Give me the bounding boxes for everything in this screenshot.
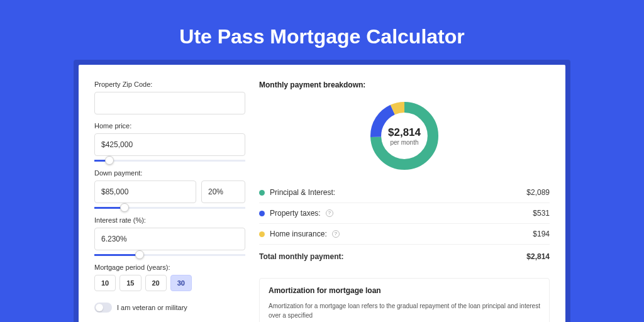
down-payment-label: Down payment: bbox=[94, 169, 245, 177]
inputs-column: Property Zip Code: Home price: Down paym… bbox=[94, 80, 245, 322]
breakdown-amount: $2,089 bbox=[526, 188, 550, 197]
interest-input[interactable] bbox=[94, 228, 245, 250]
zip-label: Property Zip Code: bbox=[94, 80, 245, 88]
zip-input[interactable] bbox=[94, 92, 245, 114]
home-price-input[interactable] bbox=[94, 133, 245, 156]
veteran-row: I am veteran or military bbox=[94, 303, 245, 313]
down-payment-input[interactable] bbox=[94, 180, 196, 203]
down-payment-pct-input[interactable] bbox=[201, 180, 245, 203]
amortization-card: Amortization for mortgage loan Amortizat… bbox=[259, 278, 550, 322]
breakdown-list: Principal & Interest:$2,089Property taxe… bbox=[259, 182, 550, 245]
veteran-label: I am veteran or military bbox=[117, 304, 187, 311]
down-payment-slider[interactable] bbox=[94, 207, 245, 209]
breakdown-label: Home insurance: bbox=[270, 230, 327, 238]
amortization-text: Amortization for a mortgage loan refers … bbox=[269, 301, 540, 320]
donut-amount: $2,814 bbox=[388, 126, 421, 139]
interest-group: Interest rate (%): bbox=[94, 216, 245, 256]
home-price-label: Home price: bbox=[94, 122, 245, 130]
zip-group: Property Zip Code: bbox=[94, 80, 245, 114]
breakdown-label: Principal & Interest: bbox=[270, 188, 335, 197]
legend-dot bbox=[259, 211, 265, 216]
down-payment-group: Down payment: bbox=[94, 169, 245, 209]
amortization-title: Amortization for mortgage loan bbox=[269, 286, 540, 295]
veteran-toggle[interactable] bbox=[94, 303, 112, 313]
donut-chart: $2,814 per month bbox=[367, 98, 442, 174]
breakdown-total-row: Total monthly payment: $2,814 bbox=[259, 245, 550, 267]
slider-thumb[interactable] bbox=[135, 250, 144, 259]
period-button-10[interactable]: 10 bbox=[94, 275, 116, 291]
period-buttons: 10152030 bbox=[94, 275, 245, 291]
period-label: Mortgage period (years): bbox=[94, 264, 245, 271]
period-button-20[interactable]: 20 bbox=[145, 275, 167, 291]
calculator-card-frame: Property Zip Code: Home price: Down paym… bbox=[74, 60, 570, 322]
results-column: Monthly payment breakdown: $2,814 per mo… bbox=[259, 80, 550, 322]
home-price-group: Home price: bbox=[94, 122, 245, 162]
home-price-slider[interactable] bbox=[94, 160, 245, 162]
breakdown-label: Property taxes: bbox=[270, 209, 321, 218]
hero: Ute Pass Mortgage Calculator bbox=[0, 0, 644, 48]
breakdown-amount: $194 bbox=[533, 230, 550, 238]
breakdown-amount: $531 bbox=[533, 209, 550, 218]
breakdown-row: Home insurance:?$194 bbox=[259, 224, 550, 245]
total-label: Total monthly payment: bbox=[259, 252, 343, 261]
donut-sub: per month bbox=[390, 139, 418, 146]
breakdown-row: Principal & Interest:$2,089 bbox=[259, 182, 550, 203]
breakdown-title: Monthly payment breakdown: bbox=[259, 80, 550, 89]
calculator-card: Property Zip Code: Home price: Down paym… bbox=[79, 65, 565, 322]
total-amount: $2,814 bbox=[526, 252, 550, 261]
donut-center: $2,814 per month bbox=[367, 98, 442, 174]
period-button-30[interactable]: 30 bbox=[170, 275, 192, 291]
page-title: Ute Pass Mortgage Calculator bbox=[0, 25, 644, 48]
donut-chart-wrap: $2,814 per month bbox=[259, 96, 550, 182]
interest-label: Interest rate (%): bbox=[94, 216, 245, 224]
info-icon[interactable]: ? bbox=[332, 230, 340, 238]
interest-slider[interactable] bbox=[94, 254, 245, 256]
legend-dot bbox=[259, 190, 265, 196]
period-button-15[interactable]: 15 bbox=[119, 275, 141, 291]
slider-thumb[interactable] bbox=[120, 203, 129, 212]
info-icon[interactable]: ? bbox=[326, 209, 333, 217]
breakdown-row: Property taxes:?$531 bbox=[259, 203, 550, 224]
slider-thumb[interactable] bbox=[105, 156, 114, 165]
legend-dot bbox=[259, 231, 265, 237]
period-group: Mortgage period (years): 10152030 bbox=[94, 264, 245, 291]
